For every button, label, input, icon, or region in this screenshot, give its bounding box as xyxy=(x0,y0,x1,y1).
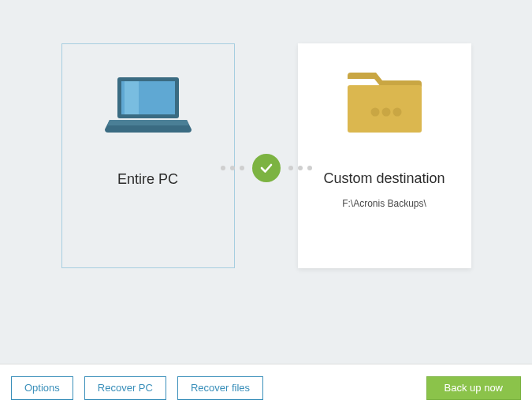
svg-rect-2 xyxy=(125,81,139,114)
connector-dot xyxy=(230,166,235,170)
svg-point-4 xyxy=(370,107,379,116)
source-icon-area xyxy=(62,44,234,166)
check-badge xyxy=(252,154,281,182)
backup-config-area: Entire PC Custom destination F:\Acronis … xyxy=(0,0,532,364)
connector-dot xyxy=(240,166,244,170)
folder-icon xyxy=(341,69,428,140)
connector xyxy=(221,154,312,182)
footer-left-group: Options Recover PC Recover files xyxy=(11,376,263,400)
panels-row: Entire PC Custom destination F:\Acronis … xyxy=(61,43,471,268)
connector-dot xyxy=(307,166,312,170)
svg-point-6 xyxy=(392,107,401,116)
connector-dot xyxy=(221,166,225,170)
destination-path: F:\Acronis Backups\ xyxy=(342,198,426,209)
connector-dot xyxy=(298,166,303,170)
laptop-icon xyxy=(105,74,192,137)
svg-point-5 xyxy=(381,107,390,116)
backup-now-button[interactable]: Back up now xyxy=(426,376,521,400)
destination-icon-area xyxy=(298,43,471,166)
destination-title: Custom destination xyxy=(323,170,445,187)
source-panel[interactable]: Entire PC xyxy=(61,43,235,268)
options-button[interactable]: Options xyxy=(11,376,73,400)
footer-toolbar: Options Recover PC Recover files Back up… xyxy=(0,364,532,411)
destination-panel[interactable]: Custom destination F:\Acronis Backups\ xyxy=(298,43,471,268)
connector-dot xyxy=(288,166,293,170)
source-title: Entire PC xyxy=(117,171,178,188)
recover-files-button[interactable]: Recover files xyxy=(177,376,263,400)
checkmark-icon xyxy=(259,160,274,176)
recover-pc-button[interactable]: Recover PC xyxy=(84,376,166,400)
